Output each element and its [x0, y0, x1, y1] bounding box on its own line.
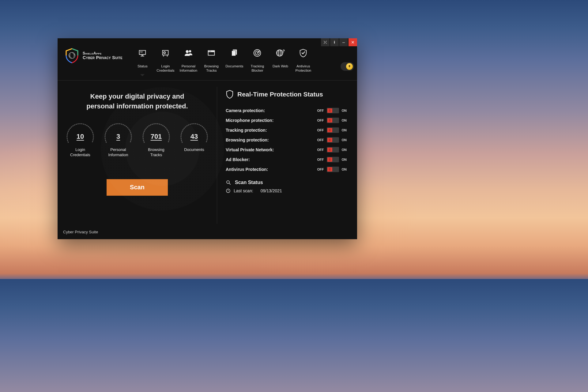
- toggle-tracking-protection: Tracking protection: OFFON: [226, 125, 347, 135]
- svg-rect-1: [334, 41, 334, 41]
- protection-status-title: Real-Time Protection Status: [226, 90, 347, 99]
- on-label: ON: [342, 128, 347, 132]
- hint-bulb-button[interactable]: [341, 62, 354, 71]
- on-label: ON: [342, 158, 347, 161]
- on-label: ON: [342, 148, 347, 152]
- toggle-label: Browsing protection:: [226, 138, 269, 142]
- documents-icon: [230, 48, 239, 58]
- main-content: Keep your digital privacy and personal i…: [58, 81, 357, 239]
- close-icon: [351, 40, 355, 44]
- toggle-antivirus-protection: Antivirus Protection: OFFON: [226, 164, 347, 174]
- off-label: OFF: [317, 109, 324, 112]
- brand-product: Cyber Privacy Suite: [83, 55, 123, 60]
- toggle-label: Virtual Private Network:: [226, 147, 274, 152]
- on-label: ON: [342, 109, 347, 112]
- gauge-documents[interactable]: 43 Documents: [177, 121, 211, 158]
- info-button[interactable]: [330, 38, 339, 46]
- settings-button[interactable]: [321, 38, 330, 46]
- app-window: ShieldApps Cyber Privacy Suite Status Lo…: [58, 38, 357, 239]
- alert-icon: [226, 188, 231, 193]
- tab-status[interactable]: Status: [131, 46, 154, 76]
- tab-label: Status: [138, 64, 148, 68]
- svg-rect-9: [141, 56, 144, 56]
- tab-label: Dark Web: [273, 64, 288, 68]
- off-label: OFF: [317, 158, 324, 161]
- tab-documents[interactable]: Documents: [223, 46, 246, 76]
- people-icon: [184, 48, 193, 58]
- toggle-label: Camera protection:: [226, 108, 265, 113]
- gauge-browsing-tracks[interactable]: 701 BrowsingTracks: [139, 121, 173, 158]
- tab-browsing-tracks[interactable]: Browsing Tracks: [200, 46, 223, 76]
- toggle-label: Microphone protection:: [226, 118, 273, 123]
- svg-point-40: [228, 191, 228, 192]
- svg-point-16: [186, 50, 189, 53]
- off-label: OFF: [317, 138, 324, 142]
- left-pane: Keep your digital privacy and personal i…: [58, 81, 217, 239]
- switch[interactable]: [327, 118, 339, 123]
- tools-icon: [323, 40, 327, 44]
- globe-question-icon: ?: [276, 48, 285, 58]
- protection-title-text: Real-Time Protection Status: [237, 91, 323, 98]
- browser-icon: [207, 48, 216, 58]
- on-label: ON: [342, 168, 347, 171]
- tab-label: Documents: [225, 64, 243, 68]
- search-icon: [226, 180, 231, 185]
- tab-personal-information[interactable]: Personal Information: [177, 46, 200, 76]
- shield-icon: [226, 90, 234, 99]
- toggle-camera-protection: Camera protection: OFFON: [226, 106, 347, 115]
- toggle-microphone-protection: Microphone protection: OFFON: [226, 115, 347, 125]
- off-label: OFF: [317, 168, 324, 171]
- svg-text:?: ?: [283, 49, 285, 53]
- off-label: OFF: [317, 119, 324, 122]
- minimize-icon: [341, 40, 346, 44]
- tab-antivirus-protection[interactable]: Antivirus Protection: [292, 46, 315, 76]
- switch[interactable]: [327, 127, 339, 133]
- close-button[interactable]: [349, 38, 357, 46]
- monitor-icon: [138, 48, 147, 58]
- brand-name: ShieldApps: [83, 51, 123, 55]
- switch[interactable]: [327, 147, 339, 153]
- right-pane: Real-Time Protection Status Camera prote…: [217, 81, 357, 239]
- svg-point-22: [210, 51, 210, 51]
- scan-button[interactable]: Scan: [107, 179, 168, 196]
- tab-label: Personal Information: [177, 64, 200, 73]
- switch[interactable]: [327, 157, 339, 162]
- shield-logo-icon: [65, 48, 79, 63]
- off-label: OFF: [317, 128, 324, 132]
- off-label: OFF: [317, 148, 324, 152]
- tab-dark-web[interactable]: ? Dark Web: [269, 46, 292, 76]
- brand-logo: ShieldApps Cyber Privacy Suite: [65, 48, 123, 63]
- switch[interactable]: [327, 137, 339, 143]
- toggle-label: Tracking protection:: [226, 128, 267, 133]
- scan-status-text: Scan Status: [235, 180, 263, 185]
- scan-status-heading: Scan Status: [226, 180, 347, 185]
- tab-login-credentials[interactable]: Login Credentials: [154, 46, 177, 76]
- svg-point-21: [209, 51, 209, 51]
- tab-label: Antivirus Protection: [292, 64, 315, 73]
- gauge-personal-information[interactable]: 3 PersonalInformation: [101, 121, 135, 158]
- switch[interactable]: [327, 108, 339, 113]
- tab-tracking-blocker[interactable]: Tracking Blocker: [246, 46, 269, 76]
- gauge-login-credentials[interactable]: 10 LoginCredentials: [63, 121, 97, 158]
- svg-rect-20: [209, 52, 214, 55]
- toggle-label: Ad Blocker:: [226, 157, 250, 162]
- svg-rect-8: [142, 55, 144, 56]
- gauge-value: 3: [102, 133, 134, 141]
- on-label: ON: [342, 138, 347, 142]
- titlebar: [320, 38, 357, 46]
- toggle-vpn: Virtual Private Network: OFFON: [226, 145, 347, 155]
- svg-point-17: [189, 50, 191, 53]
- toggle-label: Antivirus Protection:: [226, 167, 268, 172]
- bulb-icon: [348, 65, 351, 68]
- svg-point-36: [227, 181, 229, 183]
- tab-label: Browsing Tracks: [200, 64, 223, 73]
- minimize-button[interactable]: [339, 38, 348, 46]
- toggle-ad-blocker: Ad Blocker: OFFON: [226, 155, 347, 164]
- switch[interactable]: [327, 167, 339, 172]
- headline-line1: Keep your digital privacy and: [86, 92, 188, 101]
- tab-label: Tracking Blocker: [246, 64, 269, 73]
- last-scan-label: Last scan:: [234, 188, 253, 193]
- svg-rect-15: [167, 55, 168, 56]
- svg-line-37: [229, 183, 231, 185]
- gauges: 10 LoginCredentials 3 PersonalInformatio…: [63, 121, 211, 158]
